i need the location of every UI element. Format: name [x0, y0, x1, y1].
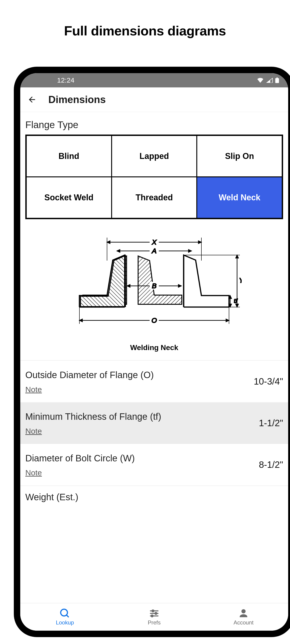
arrow-left-icon — [27, 95, 37, 104]
status-bar: 12:24 — [20, 73, 288, 88]
battery-icon — [275, 78, 279, 83]
dimension-title: Diameter of Bolt Circle (W) — [25, 452, 252, 464]
svg-marker-35 — [236, 304, 238, 307]
svg-marker-11 — [198, 241, 201, 244]
marketing-heading: Full dimensions diagrams — [0, 0, 290, 57]
dimension-value: 1-1/2" — [259, 418, 283, 428]
diagram-caption: Welding Neck — [20, 344, 288, 360]
svg-point-48 — [151, 615, 153, 617]
svg-text:X: X — [152, 238, 157, 246]
wifi-icon — [257, 78, 264, 83]
svg-marker-22 — [127, 284, 130, 287]
nav-lookup[interactable]: Lookup — [20, 603, 110, 631]
flange-type-socket-weld[interactable]: Socket Weld — [26, 177, 112, 218]
dimension-row-partial: Weight (Est.) — [20, 486, 288, 502]
nav-prefs[interactable]: Prefs — [110, 603, 199, 631]
flange-type-grid: Blind Lapped Slip On Socket Weld Threade… — [25, 134, 283, 219]
flange-type-slip-on[interactable]: Slip On — [197, 136, 282, 177]
svg-text:O: O — [151, 316, 157, 324]
svg-marker-28 — [226, 319, 229, 322]
cell-signal-icon — [266, 78, 273, 83]
svg-point-44 — [152, 610, 154, 612]
note-link[interactable]: Note — [25, 385, 42, 394]
nav-label: Account — [234, 620, 254, 626]
svg-marker-18 — [188, 250, 191, 252]
dimension-value: 10-3/4" — [254, 376, 283, 387]
search-icon — [60, 608, 70, 618]
status-time: 12:24 — [57, 76, 74, 84]
svg-marker-27 — [79, 319, 82, 322]
flange-type-weld-neck[interactable]: Weld Neck — [197, 177, 282, 218]
nav-label: Lookup — [56, 620, 74, 626]
back-button[interactable] — [27, 95, 37, 104]
svg-marker-34 — [236, 255, 238, 258]
phone-frame: 12:24 Dimensions Flange Type Blind Lappe… — [14, 67, 290, 637]
app-bar: Dimensions — [20, 88, 288, 112]
status-icons — [257, 78, 279, 83]
flange-type-threaded[interactable]: Threaded — [112, 177, 197, 218]
bottom-nav: Lookup Prefs Account — [20, 603, 288, 631]
dimension-row: Diameter of Bolt Circle (W) Note 8-1/2" — [20, 444, 288, 486]
dimension-title: Outside Diameter of Flange (O) — [25, 369, 247, 381]
svg-marker-17 — [117, 250, 120, 252]
dimension-row: Outside Diameter of Flange (O) Note 10-3… — [20, 361, 288, 402]
note-link[interactable]: Note — [25, 468, 42, 477]
svg-marker-10 — [107, 241, 110, 244]
dimension-value: 8-1/2" — [259, 460, 283, 470]
svg-rect-1 — [276, 78, 278, 78]
flange-type-lapped[interactable]: Lapped — [112, 136, 197, 177]
svg-rect-0 — [275, 78, 279, 83]
svg-text:B: B — [152, 282, 156, 290]
sliders-icon — [149, 608, 159, 618]
page-title: Dimensions — [48, 94, 106, 105]
nav-label: Prefs — [148, 620, 161, 626]
flange-diagram: X A B — [20, 219, 288, 344]
svg-text:Y: Y — [239, 276, 242, 284]
user-icon — [238, 608, 248, 618]
svg-marker-23 — [178, 284, 181, 287]
dimension-row: Minimum Thickness of Flange (tf) Note 1-… — [20, 402, 288, 444]
phone-screen: 12:24 Dimensions Flange Type Blind Lappe… — [20, 73, 288, 631]
svg-text:A: A — [151, 247, 156, 254]
welding-neck-diagram-icon: X A B — [67, 233, 242, 339]
flange-type-blind[interactable]: Blind — [26, 136, 112, 177]
note-link[interactable]: Note — [25, 427, 42, 436]
svg-point-46 — [155, 612, 157, 614]
dimension-title: Minimum Thickness of Flange (tf) — [25, 410, 252, 422]
flange-type-label: Flange Type — [20, 116, 288, 134]
nav-account[interactable]: Account — [199, 603, 288, 631]
